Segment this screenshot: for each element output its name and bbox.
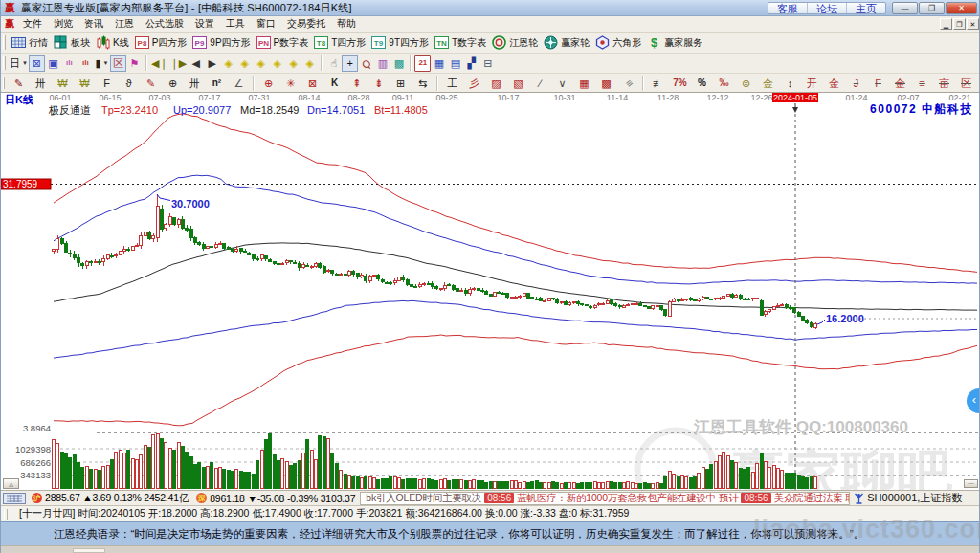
hatch2-tool-icon[interactable]: ▧ [509,75,528,91]
panel-tool-icon[interactable]: ▣ [45,55,61,72]
fibo-tool-icon[interactable]: F [98,75,117,91]
bars-pink-tool-icon[interactable]: ılı [61,55,78,72]
next-button-icon[interactable]: ▶ [204,55,220,72]
mu-del-tool-icon[interactable]: 亩 [935,75,954,91]
menu-item-资讯[interactable]: 资讯 [81,17,106,31]
lines-del-tool-icon[interactable]: ≡ [913,75,932,91]
sh-index-quote[interactable]: 2885.67 ▲3.69 0.13% 2452.41亿 [45,492,189,505]
gann-box2-tool-icon[interactable]: ₩ [76,75,95,91]
rays-tool-icon[interactable]: 彡 [465,75,484,91]
scroll-corner-button[interactable]: — [964,479,978,488]
bars-red-tool-icon[interactable]: ılı [78,55,94,72]
misc-tool-icon[interactable]: ≢ [649,75,668,91]
save-button-icon[interactable]: ▞ [463,55,479,72]
first-page-button-icon[interactable]: ◀❘ [150,55,169,72]
permille-tool-icon[interactable]: ‰ [715,75,734,91]
diamond-right-button-icon[interactable]: ◈ [236,55,253,72]
redgrid-tool-icon[interactable]: ▦ [575,75,594,91]
gold-line-tool-icon[interactable]: 金 [759,75,778,91]
menu-item-文件[interactable]: 文件 [20,17,45,31]
pane-toggle-button[interactable]: △ [3,478,19,489]
last-page-button-icon[interactable]: ❘▶ [169,55,189,72]
region-tool-icon[interactable]: 区 [110,55,126,72]
toolbar-button-T数字表[interactable]: TNT数字表 [434,35,486,50]
minimize-button[interactable]: — [892,2,918,14]
menu-item-设置[interactable]: 设置 [192,17,217,31]
angle-tool-icon[interactable]: ∠ [230,75,249,91]
drag-hand-tool-icon[interactable]: ☝ [325,55,342,72]
cycle-tool-icon[interactable]: ⊕ [164,75,183,91]
j-del-tool-icon[interactable]: J [847,75,866,91]
notes-button-icon[interactable]: ▤ [447,55,463,72]
menu-item-帮助[interactable]: 帮助 [334,17,359,31]
mdi-close-button[interactable]: ✕ [967,18,979,30]
open-tool-icon[interactable]: 开 [803,75,822,91]
menu-item-工具[interactable]: 工具 [223,17,248,31]
grid-tool-icon[interactable]: 卅 [186,75,205,91]
pct-tool-icon[interactable]: % [693,75,712,91]
pct7-tool-icon[interactable]: 7% [671,75,690,91]
diamond-in-button-icon[interactable]: ◈ [253,55,269,72]
gong-tool-icon[interactable]: 工 [443,75,462,91]
candle-style-dropdown-icon[interactable]: ▮▼ [94,55,110,72]
support-link[interactable]: 客服 [768,3,808,13]
toolbar-button-P数字表[interactable]: PNP数字表 [256,35,309,50]
sz-index-quote[interactable]: 8961.18 ▼-35.08 -0.39% 3103.37 [210,493,355,504]
keyboard-icon[interactable] [3,493,26,504]
period-day-dropdown-icon[interactable]: 日▼ [9,55,29,72]
arrows-dn-tool-icon[interactable]: ⇟ [369,75,389,91]
diamond-up-button-icon[interactable]: ◈ [285,55,301,72]
current-index-indicator[interactable]: SH000001,上证指数 [854,491,962,505]
kk-tool-icon[interactable]: K [325,75,345,91]
hatch1-tool-icon[interactable]: ▨ [487,75,506,91]
gridbox-tool-icon[interactable]: ⊞ [391,75,411,91]
toolbar-button-K线[interactable]: K线 [96,35,129,50]
slash-tool-icon[interactable]: ∕ [531,75,550,91]
stat-teal-tool-icon[interactable]: ▩ [390,55,407,72]
f-del-tool-icon[interactable]: F [869,75,888,91]
arrows-up-tool-icon[interactable]: ⇞ [347,75,367,91]
toolbar-button-9P四方形[interactable]: P99P四方形 [192,35,250,50]
toolbar-button-六角形[interactable]: 六角形 [595,35,641,50]
news-ticker[interactable]: bk引入OLED时间主要取决08:56蓝帆医疗：新的1000万套急救包产能在建设… [360,492,850,505]
lines-tool-icon[interactable]: ≡ [615,71,640,96]
toolbar-button-板块[interactable]: 板块 [54,35,90,50]
menu-item-窗口[interactable]: 窗口 [254,17,278,31]
calculator-button-icon[interactable]: ▦ [431,55,447,72]
homepage-link[interactable]: 主页 [847,3,885,13]
toolbar-button-赢家服务[interactable]: $赢家服务 [647,35,702,50]
n2-tool-icon[interactable]: n² [208,75,227,91]
pen-tool-icon[interactable]: ✎ [10,75,29,91]
swap-tool-icon[interactable]: ⇆ [413,75,433,91]
close-button[interactable]: ✕ [946,2,977,14]
snow-tool-icon[interactable]: ✳ [281,75,301,91]
updown-tool-icon[interactable]: ↕ [781,75,800,91]
flag-tool-icon[interactable]: ⚑ [126,55,143,72]
boxx-tool-icon[interactable]: ⊠ [303,75,323,91]
print-button-icon[interactable]: ⊟ [479,55,496,72]
menu-item-浏览[interactable]: 浏览 [51,17,76,31]
maximize-button[interactable]: ❐ [919,2,945,14]
kline-chart-area[interactable]: 赢家聊吧3.8964102939868626634313331.795906-0… [1,93,980,490]
diamond-out-button-icon[interactable]: ◈ [269,55,285,72]
redgrid2-tool-icon[interactable]: ▩ [597,75,616,91]
pen-angle-tool-icon[interactable]: ✎ [142,75,161,91]
spiral-tool-icon[interactable]: ϑ [120,75,139,91]
toolbar-button-行情[interactable]: 行情 [11,35,48,50]
mdi-restore-button[interactable]: ❐ [953,18,966,30]
grid30-tool-icon[interactable]: 卅 [32,75,51,91]
gann-box-tool-icon[interactable]: ₩ [54,75,73,91]
menu-item-交易委托[interactable]: 交易委托 [284,17,328,31]
prev-button-icon[interactable]: ◀ [188,55,204,72]
vee-tool-icon[interactable]: ∨ [553,75,572,91]
gold-circ-tool-icon[interactable]: ⊜ [737,75,756,91]
target-tool-icon[interactable]: ⊕ [259,75,278,91]
box-tool-icon[interactable]: ⊠ [29,55,45,72]
menu-item-江恩[interactable]: 江恩 [112,17,137,31]
diamond-left-button-icon[interactable]: ◈ [220,55,236,72]
calendar-button-icon[interactable]: 21 [414,55,431,72]
forum-link[interactable]: 论坛 [808,3,847,13]
toolbar-button-9T四方形[interactable]: T99T四方形 [371,35,429,50]
toolbar-button-P四方形[interactable]: P8P四方形 [135,35,188,50]
period-label[interactable]: 日K线 [5,94,33,105]
